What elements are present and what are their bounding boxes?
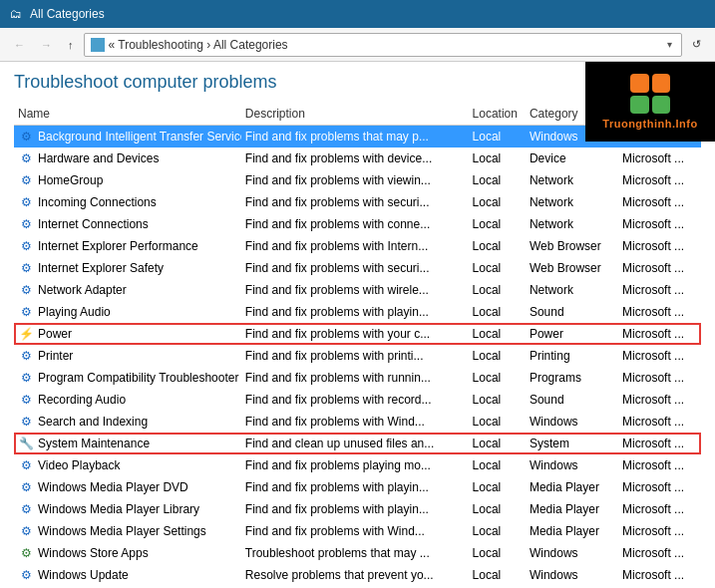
- brand-sq-4: [652, 96, 671, 115]
- row-location-cell: Local: [469, 279, 526, 301]
- table-row[interactable]: ⚙Program Compatibility TroubleshooterFin…: [14, 367, 701, 389]
- table-row[interactable]: ⚙PrinterFind and fix problems with print…: [14, 345, 701, 367]
- table-row[interactable]: ⚙Recording AudioFind and fix problems wi…: [14, 389, 701, 411]
- row-name-cell: ⚙HomeGroup: [14, 169, 241, 191]
- row-name-cell: ⚙Program Compatibility Troubleshooter: [14, 367, 241, 389]
- row-category-cell: Printing: [526, 345, 618, 367]
- row-name-cell: ⚙Hardware and Devices: [14, 147, 241, 169]
- row-icon: 🔧: [18, 436, 34, 451]
- back-button[interactable]: ←: [8, 36, 31, 54]
- table-row[interactable]: ⚙HomeGroupFind and fix problems with vie…: [14, 169, 701, 191]
- row-desc-cell: Find and fix problems with conne...: [241, 213, 469, 235]
- row-name-text: Search and Indexing: [38, 415, 148, 429]
- row-category-cell: Windows: [526, 411, 618, 433]
- row-name-cell: ⚙Printer: [14, 345, 241, 367]
- table-row[interactable]: ⚙Internet Explorer PerformanceFind and f…: [14, 235, 701, 257]
- col-header-desc[interactable]: Description: [241, 105, 469, 126]
- row-desc-cell: Find and fix problems with printi...: [241, 345, 469, 367]
- row-category-cell: System: [526, 433, 618, 454]
- row-icon: ⚙: [18, 260, 34, 276]
- row-name-cell: ⚙Internet Connections: [14, 213, 241, 235]
- refresh-button[interactable]: ↺: [686, 35, 707, 54]
- table-row[interactable]: 🔧System MaintenanceFind and clean up unu…: [14, 433, 701, 454]
- row-icon: ⚙: [18, 348, 34, 364]
- table-row[interactable]: ⚙Windows Store AppsTroubleshoot problems…: [14, 542, 701, 564]
- row-publisher-cell: Microsoft ...: [618, 191, 701, 213]
- table-row[interactable]: ⚙Incoming ConnectionsFind and fix proble…: [14, 191, 701, 213]
- table-row[interactable]: ⚡PowerFind and fix problems with your c.…: [14, 323, 701, 345]
- row-category-cell: Windows: [526, 564, 618, 586]
- col-header-location[interactable]: Location: [469, 105, 526, 126]
- row-category-cell: Network: [526, 213, 618, 235]
- address-text: « Troubleshooting › All Categories: [109, 38, 661, 52]
- row-name-text: Incoming Connections: [38, 195, 157, 209]
- title-bar: 🗂 All Categories: [0, 0, 715, 28]
- row-name-text: Windows Store Apps: [38, 546, 149, 560]
- table-row[interactable]: ⚙Windows Media Player LibraryFind and fi…: [14, 498, 701, 520]
- row-icon: ⚙: [18, 370, 34, 386]
- table-row[interactable]: ⚙Network AdapterFind and fix problems wi…: [14, 279, 701, 301]
- brand-sq-3: [630, 96, 649, 115]
- row-icon: ⚙: [18, 304, 34, 320]
- up-button[interactable]: ↑: [62, 36, 80, 54]
- table-row[interactable]: ⚙Internet ConnectionsFind and fix proble…: [14, 213, 701, 235]
- row-location-cell: Local: [469, 235, 526, 257]
- table-row[interactable]: ⚙Video PlaybackFind and fix problems pla…: [14, 454, 701, 476]
- row-location-cell: Local: [469, 213, 526, 235]
- row-location-cell: Local: [469, 323, 526, 345]
- brand-text: Truongthinh.Info: [602, 118, 697, 130]
- row-desc-cell: Find and fix problems that may p...: [241, 126, 469, 147]
- brand-logo: Truongthinh.Info: [585, 62, 715, 142]
- row-location-cell: Local: [469, 520, 526, 542]
- row-name-cell: ⚙Background Intelligent Transfer Service: [14, 126, 241, 147]
- address-icon: [91, 38, 105, 52]
- address-dropdown-button[interactable]: ▾: [664, 39, 675, 50]
- row-name-cell: ⚙Network Adapter: [14, 279, 241, 301]
- row-icon: ⚙: [18, 282, 34, 298]
- row-publisher-cell: Microsoft ...: [618, 542, 701, 564]
- row-publisher-cell: Microsoft ...: [618, 213, 701, 235]
- row-publisher-cell: Microsoft ...: [618, 564, 701, 586]
- col-header-name[interactable]: Name: [14, 105, 241, 126]
- row-category-cell: Windows: [526, 542, 618, 564]
- table-row[interactable]: ⚙Search and IndexingFind and fix problem…: [14, 411, 701, 433]
- row-publisher-cell: Microsoft ...: [618, 498, 701, 520]
- row-desc-cell: Find and fix problems with playin...: [241, 498, 469, 520]
- row-name-cell: ⚙Windows Update: [14, 564, 241, 586]
- row-name-text: Internet Explorer Performance: [38, 239, 198, 253]
- table-row[interactable]: ⚙Hardware and DevicesFind and fix proble…: [14, 147, 701, 169]
- row-publisher-cell: Microsoft ...: [618, 411, 701, 433]
- row-name-text: Power: [38, 327, 72, 341]
- row-location-cell: Local: [469, 147, 526, 169]
- row-name-cell: ⚙Windows Media Player DVD: [14, 476, 241, 498]
- row-publisher-cell: Microsoft ...: [618, 389, 701, 411]
- row-category-cell: Media Player: [526, 476, 618, 498]
- row-name-text: Program Compatibility Troubleshooter: [38, 371, 238, 385]
- table-row[interactable]: ⚙Internet Explorer SafetyFind and fix pr…: [14, 257, 701, 279]
- address-bar: « Troubleshooting › All Categories ▾: [84, 33, 683, 57]
- row-name-cell: 🔧System Maintenance: [14, 433, 241, 454]
- row-publisher-cell: Microsoft ...: [618, 147, 701, 169]
- brand-squares: [630, 74, 670, 114]
- forward-button[interactable]: →: [35, 36, 58, 54]
- row-publisher-cell: Microsoft ...: [618, 323, 701, 345]
- row-desc-cell: Find and fix problems with record...: [241, 389, 469, 411]
- table-row[interactable]: ⚙Windows Media Player SettingsFind and f…: [14, 520, 701, 542]
- table-row[interactable]: ⚙Windows Media Player DVDFind and fix pr…: [14, 476, 701, 498]
- row-desc-cell: Find and fix problems playing mo...: [241, 454, 469, 476]
- row-category-cell: Device: [526, 147, 618, 169]
- row-name-text: Playing Audio: [38, 305, 111, 319]
- table-row[interactable]: ⚙Playing AudioFind and fix problems with…: [14, 301, 701, 323]
- row-name-cell: ⚙Recording Audio: [14, 389, 241, 411]
- row-category-cell: Media Player: [526, 520, 618, 542]
- row-category-cell: Web Browser: [526, 257, 618, 279]
- row-name-text: Windows Update: [38, 568, 129, 582]
- row-name-cell: ⚡Power: [14, 323, 241, 345]
- row-icon: ⚙: [18, 567, 34, 583]
- row-icon: ⚙: [18, 392, 34, 408]
- row-desc-cell: Find and fix problems with your c...: [241, 323, 469, 345]
- row-icon: ⚙: [18, 545, 34, 561]
- row-category-cell: Network: [526, 169, 618, 191]
- row-desc-cell: Find and fix problems with viewin...: [241, 169, 469, 191]
- table-row[interactable]: ⚙Windows UpdateResolve problems that pre…: [14, 564, 701, 586]
